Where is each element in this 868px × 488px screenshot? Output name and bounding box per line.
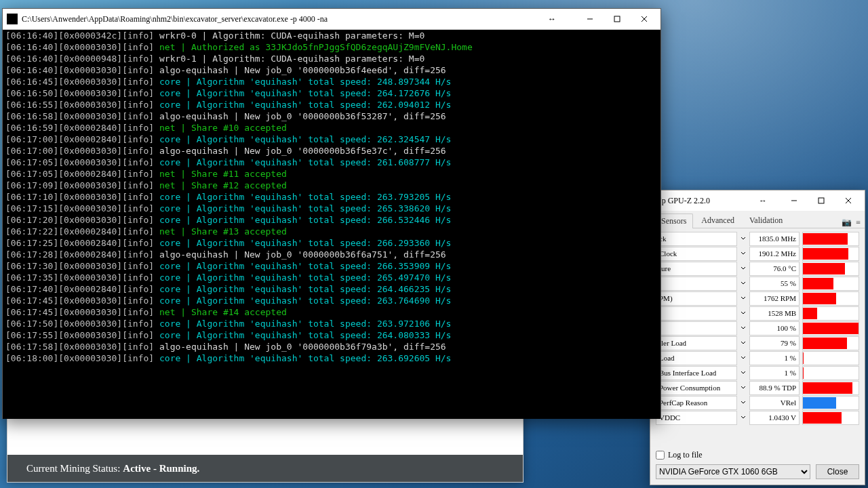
log-line: [06:17:00][0x00002840][info] core | Algo… [5,134,658,145]
log-line: [06:16:59][0x00002840][info] net | Share… [5,122,658,134]
tab-advanced[interactable]: Advanced [694,213,741,228]
chevron-down-icon[interactable] [740,279,747,289]
sensor-row[interactable]: Bus Interface Load1 % [656,365,859,380]
sensor-name: VDDC [656,411,737,425]
sensor-bar [802,262,859,276]
sensor-bar [802,351,859,365]
tab-validation[interactable]: Validation [743,213,789,228]
chevron-down-icon[interactable] [740,353,747,363]
console-window[interactable]: C:\Users\Anwender\AppData\Roaming\nhm2\b… [2,8,661,419]
gpuz-title-text: Up GPU-Z 2.2.0 [656,196,759,206]
gpu-select[interactable]: NVIDIA GeForce GTX 1060 6GB [656,464,810,479]
sensor-bar [802,381,859,395]
log-line: [06:17:40][0x00002840][info] core | Algo… [5,283,658,295]
log-to-file-label: Log to file [668,450,703,460]
sensor-row[interactable]: 55 % [656,276,859,291]
maximize-button[interactable] [808,192,835,209]
log-line: [06:17:30][0x00003030][info] core | Algo… [5,260,658,272]
sensor-value: 76.0 °C [749,262,800,276]
close-button[interactable] [835,192,862,209]
log-line: [06:16:58][0x00003030][info] algo-equiha… [5,110,658,122]
gpuz-titlebar[interactable]: Up GPU-Z 2.2.0 ↔ [650,190,865,211]
sensor-bar [802,396,859,410]
chevron-down-icon[interactable] [740,293,747,304]
log-line: [06:17:05][0x00003030][info] core | Algo… [5,157,658,168]
log-to-file-row[interactable]: Log to file [656,450,859,460]
gpuz-window[interactable]: Up GPU-Z 2.2.0 ↔ Sensors Advanced Valida… [650,190,865,485]
sensor-name: PerfCap Reason [656,396,737,410]
sensor-name: Clock [656,247,737,261]
maximize-button[interactable] [604,11,631,27]
log-line: [06:16:40][0x0000342c][info] wrkr0-0 | A… [5,30,658,41]
sensor-value: 100 % [749,321,800,336]
sensor-row[interactable]: ck1835.0 MHz [656,231,859,246]
sensor-name [656,277,737,291]
sensor-value: 88.9 % TDP [749,381,800,395]
sensor-row[interactable]: 1528 MB [656,306,859,321]
sensor-name: Load [656,351,737,365]
sensor-value: 1 % [749,351,800,365]
sensor-row[interactable]: 100 % [656,321,859,336]
console-titlebar[interactable]: C:\Users\Anwender\AppData\Roaming\nhm2\b… [3,9,660,30]
sensor-row[interactable]: Power Consumption88.9 % TDP [656,380,859,395]
minimize-button[interactable] [781,192,808,209]
gpuz-close-button[interactable]: Close [816,464,859,479]
console-output[interactable]: [06:16:40][0x0000342c][info] wrkr0-0 | A… [3,30,660,419]
chevron-down-icon[interactable] [740,234,747,244]
log-line: [06:18:00][0x00003030][info] core | Algo… [5,352,658,364]
sensor-name: PM) [656,291,737,306]
log-line: [06:17:09][0x00003030][info] net | Share… [5,180,658,191]
sensor-bar [802,411,859,425]
sensor-name: Bus Interface Load [656,366,737,380]
sensor-row[interactable]: ture76.0 °C [656,261,859,276]
log-line: [06:17:28][0x00002840][info] algo-equiha… [5,249,658,260]
log-line: [06:17:55][0x00003030][info] core | Algo… [5,329,658,341]
chevron-down-icon[interactable] [740,368,747,378]
log-line: [06:16:40][0x00000948][info] wrkr0-1 | A… [5,53,658,64]
log-line: [06:16:40][0x00003030][info] algo-equiha… [5,64,658,76]
sensor-name: Power Consumption [656,381,737,395]
gpuz-tabs: Sensors Advanced Validation 📷 ≡ [650,211,865,228]
log-line: [06:17:35][0x00003030][info] core | Algo… [5,272,658,283]
console-title-text: C:\Users\Anwender\AppData\Roaming\nhm2\b… [22,14,548,24]
chevron-down-icon[interactable] [740,338,747,348]
log-line: [06:17:25][0x00002840][info] core | Algo… [5,237,658,249]
chevron-down-icon[interactable] [740,398,747,408]
chevron-down-icon[interactable] [740,264,747,274]
log-line: [06:16:40][0x00003030][info] net | Autho… [5,41,658,53]
log-line: [06:17:05][0x00002840][info] net | Share… [5,168,658,180]
mining-status-bar: Current Mining Status: Active - Running. [7,455,523,482]
menu-icon[interactable]: ≡ [856,218,861,228]
chevron-down-icon[interactable] [740,383,747,393]
sensor-value: 1528 MB [749,306,800,321]
sensor-bar [802,291,859,306]
log-line: [06:17:00][0x00003030][info] algo-equiha… [5,145,658,157]
sensor-row[interactable]: VDDC1.0430 V [656,410,859,425]
svg-rect-1 [818,198,824,203]
sensor-value: 1901.2 MHz [749,247,800,261]
chevron-down-icon[interactable] [740,308,747,319]
sensor-row[interactable]: Clock1901.2 MHz [656,246,859,261]
sensor-row[interactable]: Load1 % [656,350,859,365]
sensor-value: 1 % [749,366,800,380]
log-line: [06:17:50][0x00003030][info] core | Algo… [5,318,658,329]
sensor-row[interactable]: ller Load79 % [656,336,859,350]
sensor-row[interactable]: PerfCap ReasonVRel [656,395,859,410]
sensor-value: 1.0430 V [749,411,800,425]
sensor-row[interactable]: PM)1762 RPM [656,291,859,306]
title-arrow-icon: ↔ [759,196,767,206]
log-line: [06:17:10][0x00003030][info] core | Algo… [5,191,658,203]
log-line: [06:17:22][0x00002840][info] net | Share… [5,226,658,237]
status-value: Active - Running. [123,463,199,474]
sensor-value: 55 % [749,277,800,291]
chevron-down-icon[interactable] [740,413,747,423]
log-to-file-checkbox[interactable] [656,451,665,460]
sensor-bar [802,247,859,261]
camera-icon[interactable]: 📷 [842,218,852,228]
minimize-button[interactable] [576,11,604,27]
chevron-down-icon[interactable] [740,323,747,333]
log-line: [06:17:45][0x00003030][info] net | Share… [5,306,658,318]
chevron-down-icon[interactable] [740,249,747,259]
sensor-name: ture [656,262,737,276]
close-button[interactable] [631,11,658,27]
